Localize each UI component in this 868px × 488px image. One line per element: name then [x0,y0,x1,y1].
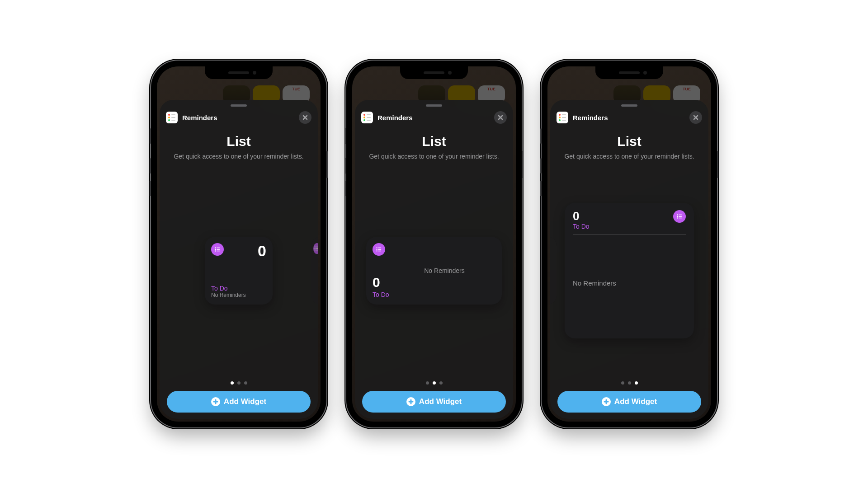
page-dot[interactable] [439,381,443,385]
no-reminders-label: No Reminders [211,292,266,298]
svg-point-12 [376,247,377,248]
reminders-app-icon [557,112,568,123]
widget-gallery-sheet: Reminders List Get quick access to one o… [160,100,318,419]
widget-preview-small: 0 To Do No Reminders [205,237,273,305]
svg-point-10 [314,249,315,250]
add-widget-button[interactable]: Add Widget [362,391,506,413]
page-dot[interactable] [244,381,247,385]
widget-gallery-sheet: Reminders List Get quick access to one o… [550,100,708,419]
page-dot[interactable] [426,381,429,385]
add-widget-button[interactable]: Add Widget [167,391,311,413]
widget-subtitle: Get quick access to one of your reminder… [362,153,506,160]
svg-point-4 [215,250,216,251]
close-button[interactable] [689,111,702,124]
svg-point-22 [677,217,678,218]
svg-rect-23 [679,218,682,218]
no-reminders-label: No Reminders [573,279,616,287]
app-name-label: Reminders [377,114,494,122]
sheet-grabber[interactable] [231,104,247,107]
list-name-label: To Do [211,285,266,292]
phone-mockup-2: TUE Reminders List Get quick access to o… [346,61,522,427]
widget-subtitle: Get quick access to one of your reminder… [557,153,701,160]
widget-carousel[interactable]: 0 To Do No Reminders [160,160,318,381]
device-notch [400,66,468,79]
reminders-app-icon [361,112,373,123]
calendar-day-label: TUE [292,87,300,91]
plus-circle-icon [602,397,611,406]
calendar-day-label: TUE [487,87,495,91]
widget-title: List [167,134,311,149]
reminder-count: 0 [258,243,266,258]
sheet-header: Reminders [160,111,318,124]
no-reminders-label: No Reminders [424,267,464,274]
svg-rect-3 [217,249,220,249]
list-icon [373,243,385,256]
reminder-count: 0 [573,210,673,222]
next-widget-preview-peek [311,237,318,305]
svg-point-8 [314,248,315,249]
close-icon [302,115,308,120]
svg-rect-13 [378,248,381,248]
page-dot[interactable] [237,381,241,385]
screen: TUE Reminders List Get quick access to o… [352,66,516,422]
phone-mockup-3: TUE Reminders List Get quick access to o… [542,61,717,427]
device-notch [205,66,273,79]
svg-rect-17 [378,251,381,251]
widget-carousel[interactable]: 0 To Do No Reminders [550,160,708,381]
svg-point-0 [215,247,216,248]
reminders-app-icon [166,112,178,123]
svg-rect-5 [217,251,220,251]
page-indicator [355,381,513,385]
phone-mockup-1: TUE Reminders List Get quick access to o… [151,61,326,427]
svg-rect-11 [316,250,318,250]
svg-rect-19 [679,215,682,215]
plus-circle-icon [406,397,415,406]
sheet-header: Reminders [355,111,513,124]
widget-gallery-sheet: Reminders List Get quick access to one o… [355,100,513,419]
page-dot[interactable] [231,381,234,385]
list-icon [211,243,224,256]
page-dot[interactable] [628,381,631,385]
plus-circle-icon [211,397,220,406]
svg-rect-9 [316,248,318,249]
sheet-grabber[interactable] [426,104,442,107]
close-icon [693,115,698,120]
close-icon [498,115,503,120]
page-dot[interactable] [635,381,638,385]
svg-point-16 [376,250,377,251]
page-indicator [160,381,318,385]
sheet-grabber[interactable] [621,104,637,107]
page-dot[interactable] [433,381,436,385]
widget-title: List [557,134,701,149]
title-block: List Get quick access to one of your rem… [355,134,513,160]
add-widget-label: Add Widget [224,397,266,406]
add-widget-button[interactable]: Add Widget [557,391,701,413]
close-button[interactable] [494,111,507,124]
svg-rect-1 [217,248,220,248]
list-icon [673,210,686,223]
title-block: List Get quick access to one of your rem… [160,134,318,160]
sheet-header: Reminders [550,111,708,124]
svg-rect-7 [316,247,318,247]
reminder-count: 0 [373,275,393,290]
widget-carousel[interactable]: 0 To Do No Reminders [355,160,513,381]
screen: TUE Reminders List Get quick access to o… [157,66,321,422]
add-widget-label: Add Widget [614,397,657,406]
list-name-label: To Do [573,223,673,230]
svg-point-6 [314,246,315,247]
page-dot[interactable] [621,381,624,385]
svg-point-20 [677,216,678,217]
svg-point-18 [677,214,678,215]
add-widget-label: Add Widget [419,397,462,406]
prev-widget-preview-peek [550,237,557,305]
device-notch [595,66,663,79]
widget-preview-medium: 0 To Do No Reminders [366,237,502,305]
close-button[interactable] [299,111,311,124]
page-indicator [550,381,708,385]
app-name-label: Reminders [182,114,299,122]
svg-point-14 [376,249,377,250]
app-name-label: Reminders [573,114,689,122]
svg-rect-21 [679,216,682,216]
list-name-label: To Do [373,291,393,298]
svg-point-2 [215,249,216,250]
